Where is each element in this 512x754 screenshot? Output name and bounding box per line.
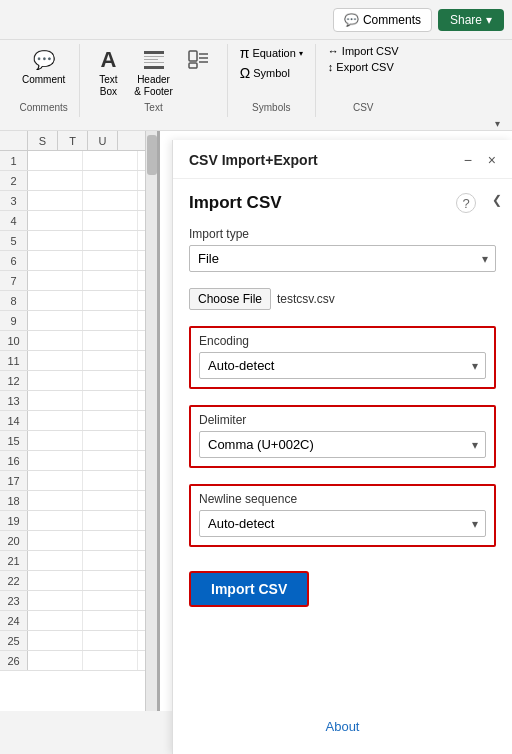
- table-row[interactable]: 25: [0, 631, 157, 651]
- cell-s11[interactable]: [28, 351, 83, 370]
- cell-t8[interactable]: [83, 291, 138, 310]
- table-row[interactable]: 1: [0, 151, 157, 171]
- ribbon-text-extra-btn[interactable]: [181, 44, 217, 76]
- ribbon-comment-btn[interactable]: 💬 Comment: [18, 44, 69, 88]
- table-row[interactable]: 20: [0, 531, 157, 551]
- cell-s25[interactable]: [28, 631, 83, 650]
- ribbon-export-csv-btn[interactable]: ↕ Export CSV: [326, 60, 401, 74]
- cell-s3[interactable]: [28, 191, 83, 210]
- table-row[interactable]: 2: [0, 171, 157, 191]
- table-row[interactable]: 16: [0, 451, 157, 471]
- cell-s15[interactable]: [28, 431, 83, 450]
- import-type-select[interactable]: File URL Clipboard: [189, 245, 496, 272]
- cell-s26[interactable]: [28, 651, 83, 670]
- cell-t21[interactable]: [83, 551, 138, 570]
- cell-t20[interactable]: [83, 531, 138, 550]
- cell-s13[interactable]: [28, 391, 83, 410]
- panel-close-btn[interactable]: ×: [484, 150, 500, 170]
- cell-s24[interactable]: [28, 611, 83, 630]
- cell-t25[interactable]: [83, 631, 138, 650]
- table-row[interactable]: 24: [0, 611, 157, 631]
- cell-s22[interactable]: [28, 571, 83, 590]
- cell-s12[interactable]: [28, 371, 83, 390]
- cell-s7[interactable]: [28, 271, 83, 290]
- table-row[interactable]: 12: [0, 371, 157, 391]
- panel-collapse-btn[interactable]: ❮: [492, 193, 502, 207]
- ribbon-collapse-btn[interactable]: ▾: [495, 118, 500, 129]
- cell-s17[interactable]: [28, 471, 83, 490]
- cell-t24[interactable]: [83, 611, 138, 630]
- table-row[interactable]: 23: [0, 591, 157, 611]
- cell-s5[interactable]: [28, 231, 83, 250]
- choose-file-button[interactable]: Choose File: [189, 288, 271, 310]
- table-row[interactable]: 11: [0, 351, 157, 371]
- table-row[interactable]: 18: [0, 491, 157, 511]
- cell-s19[interactable]: [28, 511, 83, 530]
- cell-t19[interactable]: [83, 511, 138, 530]
- cell-t7[interactable]: [83, 271, 138, 290]
- cell-s10[interactable]: [28, 331, 83, 350]
- import-csv-button[interactable]: Import CSV: [189, 571, 309, 607]
- cell-s16[interactable]: [28, 451, 83, 470]
- cell-t15[interactable]: [83, 431, 138, 450]
- about-link[interactable]: About: [173, 719, 512, 734]
- cell-t17[interactable]: [83, 471, 138, 490]
- cell-s8[interactable]: [28, 291, 83, 310]
- cell-s9[interactable]: [28, 311, 83, 330]
- cell-t5[interactable]: [83, 231, 138, 250]
- cell-t13[interactable]: [83, 391, 138, 410]
- cell-s14[interactable]: [28, 411, 83, 430]
- delimiter-select[interactable]: Comma (U+002C) Semicolon (U+003B) Tab (U…: [199, 431, 486, 458]
- cell-t16[interactable]: [83, 451, 138, 470]
- cell-t26[interactable]: [83, 651, 138, 670]
- newline-select[interactable]: Auto-detect CRLF (Windows) LF (Unix) CR …: [199, 510, 486, 537]
- ribbon-equation-btn[interactable]: π Equation ▾: [238, 44, 305, 62]
- cell-s1[interactable]: [28, 151, 83, 170]
- cell-t23[interactable]: [83, 591, 138, 610]
- encoding-select[interactable]: Auto-detect UTF-8 ISO-8859-1 Windows-125…: [199, 352, 486, 379]
- ribbon-symbol-btn[interactable]: Ω Symbol: [238, 64, 305, 82]
- share-button[interactable]: Share ▾: [438, 9, 504, 31]
- cell-t6[interactable]: [83, 251, 138, 270]
- cell-s2[interactable]: [28, 171, 83, 190]
- table-row[interactable]: 8: [0, 291, 157, 311]
- cell-t3[interactable]: [83, 191, 138, 210]
- table-row[interactable]: 7: [0, 271, 157, 291]
- table-row[interactable]: 14: [0, 411, 157, 431]
- ribbon-textbox-btn[interactable]: A TextBox: [90, 44, 126, 100]
- table-row[interactable]: 10: [0, 331, 157, 351]
- comments-button[interactable]: 💬 Comments: [333, 8, 432, 32]
- cell-t14[interactable]: [83, 411, 138, 430]
- table-row[interactable]: 9: [0, 311, 157, 331]
- cell-s4[interactable]: [28, 211, 83, 230]
- cell-t9[interactable]: [83, 311, 138, 330]
- table-row[interactable]: 21: [0, 551, 157, 571]
- table-row[interactable]: 17: [0, 471, 157, 491]
- cell-t10[interactable]: [83, 331, 138, 350]
- ribbon-header-footer-btn[interactable]: Header& Footer: [130, 44, 176, 100]
- cell-s21[interactable]: [28, 551, 83, 570]
- cell-s20[interactable]: [28, 531, 83, 550]
- table-row[interactable]: 26: [0, 651, 157, 671]
- table-row[interactable]: 6: [0, 251, 157, 271]
- vertical-scrollbar[interactable]: [145, 131, 157, 711]
- table-row[interactable]: 13: [0, 391, 157, 411]
- table-row[interactable]: 5: [0, 231, 157, 251]
- table-row[interactable]: 19: [0, 511, 157, 531]
- cell-s23[interactable]: [28, 591, 83, 610]
- cell-t18[interactable]: [83, 491, 138, 510]
- ribbon-import-csv-btn[interactable]: ↔ Import CSV: [326, 44, 401, 58]
- table-row[interactable]: 3: [0, 191, 157, 211]
- table-row[interactable]: 4: [0, 211, 157, 231]
- cell-t1[interactable]: [83, 151, 138, 170]
- cell-t2[interactable]: [83, 171, 138, 190]
- cell-s6[interactable]: [28, 251, 83, 270]
- cell-t4[interactable]: [83, 211, 138, 230]
- scroll-thumb[interactable]: [147, 135, 157, 175]
- cell-t12[interactable]: [83, 371, 138, 390]
- cell-t11[interactable]: [83, 351, 138, 370]
- cell-t22[interactable]: [83, 571, 138, 590]
- table-row[interactable]: 22: [0, 571, 157, 591]
- help-button[interactable]: ?: [456, 193, 476, 213]
- table-row[interactable]: 15: [0, 431, 157, 451]
